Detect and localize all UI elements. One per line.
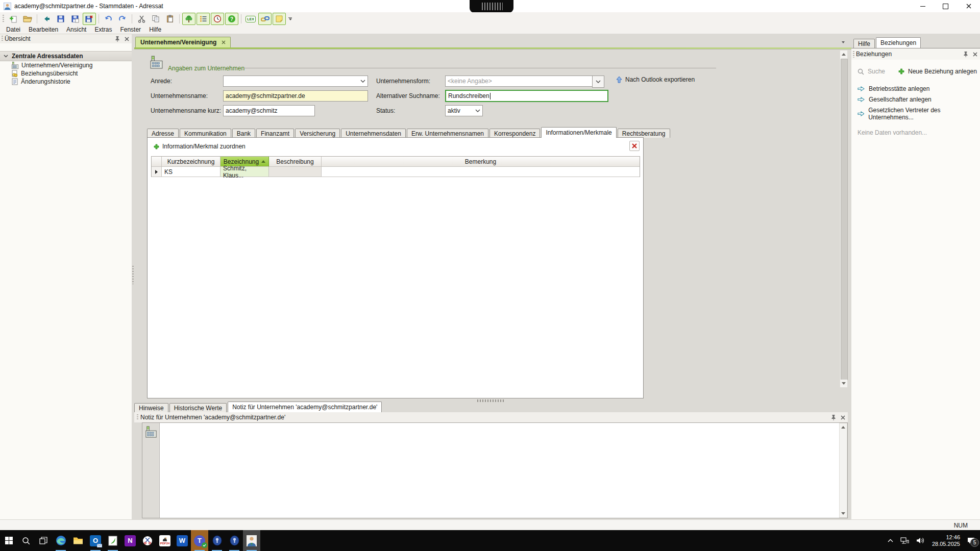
unternehmensform-combo[interactable]: <keine Angabe>: [445, 76, 596, 87]
tab-beziehungen[interactable]: Beziehungen: [876, 37, 921, 48]
notes-pin-button[interactable]: [829, 414, 838, 421]
link-document-button[interactable]: [258, 13, 272, 25]
tray-chevron-up-icon[interactable]: [888, 539, 893, 542]
scroll-up-button[interactable]: [840, 423, 847, 431]
tab-historische-werte[interactable]: Historische Werte: [169, 403, 227, 412]
scrollbar-thumb[interactable]: [841, 59, 848, 380]
list-view-button[interactable]: [197, 13, 210, 25]
collapse-chevron-icon[interactable]: [3, 54, 9, 59]
unternehmensname-kurz-input[interactable]: academy@schmitz: [223, 105, 315, 116]
tab-erw-unternehmensnamen[interactable]: Erw. Unternehmensnamen: [407, 129, 488, 138]
cell-bemerkung[interactable]: [322, 167, 640, 177]
anrede-dropdown[interactable]: [223, 76, 368, 87]
sidebar-item-beziehungsuebersicht[interactable]: Beziehungsübersicht: [0, 69, 132, 78]
navigate-back-button[interactable]: [40, 13, 53, 25]
tab-unternehmensdaten[interactable]: Unternehmensdaten: [341, 129, 406, 138]
menu-hilfe[interactable]: Hilfe: [145, 26, 165, 33]
notes-close-button[interactable]: [839, 414, 847, 421]
open-button[interactable]: [21, 13, 34, 25]
save-button[interactable]: [54, 13, 67, 25]
unternehmensname-input[interactable]: academy@schmitzpartner.de: [223, 90, 368, 102]
taskbar-outlook[interactable]: O: [87, 530, 104, 551]
volume-icon[interactable]: [916, 537, 925, 544]
taskbar-edge[interactable]: [52, 530, 69, 551]
taskbar-search-button[interactable]: [17, 530, 35, 551]
action-gesetzlicher-vertreter[interactable]: Gesetzlichen Vertreter des Unternehmens.…: [857, 107, 980, 121]
toolbar-overflow-button[interactable]: [288, 17, 292, 20]
status-dropdown[interactable]: aktiv: [445, 105, 483, 116]
network-icon[interactable]: [900, 537, 909, 544]
minimize-button[interactable]: [911, 0, 934, 12]
tab-rechtsberatung[interactable]: Rechtsberatung: [618, 129, 670, 138]
tab-informationen-merkmale[interactable]: Informationen/Merkmale: [541, 127, 616, 138]
sidebar-root-node[interactable]: Zentrale Adressatsdaten: [0, 51, 132, 61]
start-button[interactable]: [0, 530, 17, 551]
sidebar-item-unternehmen[interactable]: Unternehmen/Vereinigung: [0, 61, 132, 69]
tab-finanzamt[interactable]: Finanzamt: [256, 129, 294, 138]
taskbar-active-app-user[interactable]: [243, 530, 260, 551]
lex-button[interactable]: LEX: [244, 13, 257, 25]
tab-korrespondenz[interactable]: Korrespondenz: [489, 129, 540, 138]
scroll-down-button[interactable]: [840, 510, 847, 517]
outlook-export-link[interactable]: Nach Outlook exportieren: [616, 76, 695, 83]
action-betriebsstaette[interactable]: Betriebsstätte anlegen: [857, 85, 980, 92]
taskbar-teams[interactable]: T: [191, 530, 208, 551]
save-and-close-button[interactable]: [83, 13, 96, 25]
tab-notiz[interactable]: Notiz für Unternehmen 'academy@schmitzpa…: [228, 402, 382, 412]
taskbar-pdf24[interactable]: PDF24: [156, 530, 174, 551]
taskbar-clock[interactable]: 12:46 28.05.2025: [932, 534, 960, 547]
scroll-up-button[interactable]: [840, 51, 847, 58]
notes-editor[interactable]: [142, 422, 848, 518]
menu-fenster[interactable]: Fenster: [116, 26, 145, 33]
sidebar-close-button[interactable]: [122, 35, 131, 42]
panel-grip[interactable]: [2, 36, 3, 42]
taskbar-onenote[interactable]: N: [121, 530, 139, 551]
help-button[interactable]: ?: [225, 13, 238, 25]
redo-button[interactable]: [116, 13, 129, 25]
menu-ansicht[interactable]: Ansicht: [62, 26, 90, 33]
tab-list-dropdown-button[interactable]: [839, 39, 847, 46]
save-as-button[interactable]: [68, 13, 82, 25]
copy-button[interactable]: [149, 13, 162, 25]
recent-items-button[interactable]: [211, 13, 224, 25]
beziehungen-pin-button[interactable]: [962, 51, 970, 58]
tab-unternehmen-vereinigung[interactable]: Unternehmen/Vereinigung: [135, 37, 231, 47]
sidebar-item-aenderungshistorie[interactable]: Änderungshistorie: [0, 78, 132, 86]
tab-adresse[interactable]: Adresse: [147, 129, 179, 138]
maximize-button[interactable]: [934, 0, 957, 12]
menu-extras[interactable]: Extras: [90, 26, 116, 33]
tab-kommunikation[interactable]: Kommunikation: [180, 129, 231, 138]
action-gesellschafter[interactable]: Gesellschafter anlegen: [857, 96, 980, 103]
beziehungen-close-button[interactable]: [971, 51, 979, 58]
task-view-button[interactable]: [35, 530, 52, 551]
cell-beschreibung[interactable]: [269, 167, 322, 177]
new-relation-link[interactable]: Neue Beziehung anlegen: [898, 68, 977, 75]
taskbar-keepass-2[interactable]: [226, 530, 243, 551]
remove-merkmal-button[interactable]: [629, 141, 640, 151]
col-kurzbezeichnung[interactable]: Kurzbezeichnung: [162, 157, 220, 167]
toolbar-grip[interactable]: [3, 15, 4, 23]
panel-grip[interactable]: [853, 51, 854, 58]
unternehmensform-dropdown-button[interactable]: [592, 76, 604, 88]
taskbar-word[interactable]: W: [174, 530, 191, 551]
tab-hilfe[interactable]: Hilfe: [853, 39, 875, 48]
taskbar-snipping-tool[interactable]: [139, 530, 156, 551]
taskbar-green-app[interactable]: [104, 530, 121, 551]
cell-kurzbezeichnung[interactable]: KS: [162, 167, 220, 177]
note-button[interactable]: [273, 13, 286, 25]
tab-close-icon[interactable]: [222, 40, 226, 44]
notes-scrollbar[interactable]: [839, 423, 847, 518]
content-scrollbar[interactable]: [840, 50, 848, 388]
tree-view-button[interactable]: [182, 13, 195, 25]
suchname-input[interactable]: Rundschreiben: [445, 90, 608, 102]
taskbar-keepass-1[interactable]: [208, 530, 226, 551]
col-beschreibung[interactable]: Beschreibung: [269, 157, 322, 167]
close-button[interactable]: [957, 0, 980, 12]
search-link[interactable]: Suche: [857, 68, 885, 75]
tab-hinweise[interactable]: Hinweise: [134, 403, 168, 412]
panel-grip[interactable]: [137, 414, 138, 420]
sidebar-pin-button[interactable]: [113, 35, 121, 42]
paste-button[interactable]: [163, 13, 177, 25]
scroll-down-button[interactable]: [840, 380, 847, 387]
tab-versicherung[interactable]: Versicherung: [295, 129, 340, 138]
